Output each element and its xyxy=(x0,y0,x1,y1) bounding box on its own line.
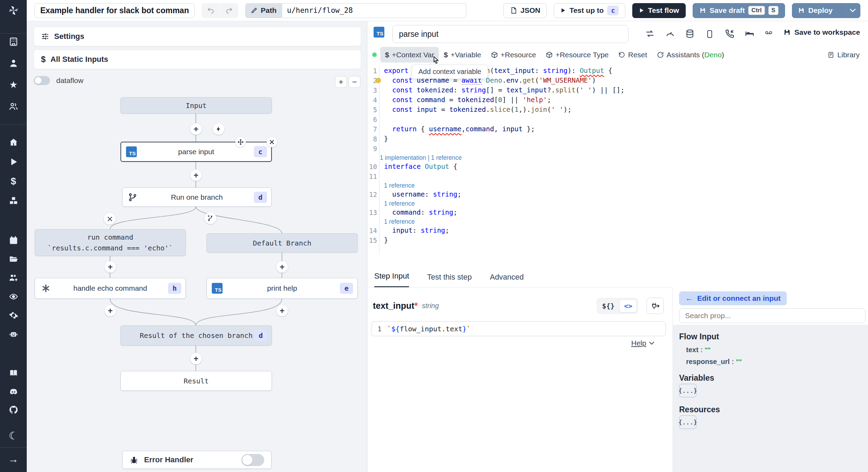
add-step-button[interactable]: + xyxy=(276,305,288,316)
book-icon[interactable] xyxy=(0,365,27,381)
assistants-button[interactable]: Assistants (Deno) xyxy=(652,47,729,63)
add-step-button[interactable]: + xyxy=(105,261,116,273)
flow-node-handle-echo-command[interactable]: handle echo command h xyxy=(35,278,186,299)
flow-graph-panel: Settings $ All Static Inputs dataflow + … xyxy=(27,21,367,472)
mobile-icon[interactable] xyxy=(706,29,717,39)
flow-node-input[interactable]: Input xyxy=(120,97,272,114)
add-resource-type-button[interactable]: +Resource Type xyxy=(541,47,614,63)
add-resource-button[interactable]: +Resource xyxy=(486,47,541,63)
file-json-icon xyxy=(510,7,517,14)
add-step-button[interactable]: + xyxy=(190,169,202,181)
edit-or-connect-button[interactable]: ← Edit or connect an input xyxy=(679,291,787,305)
code-mode-option[interactable]: <> xyxy=(619,299,637,313)
star-icon[interactable]: ★ xyxy=(0,77,27,92)
template-mode-option[interactable]: ${} xyxy=(598,300,619,312)
code-line: 11 xyxy=(367,172,868,181)
moon-icon[interactable]: ☾ xyxy=(0,428,27,443)
phone-incoming-icon[interactable] xyxy=(725,29,737,39)
discord-icon[interactable] xyxy=(0,384,27,399)
users-icon[interactable] xyxy=(0,99,27,114)
deploy-button[interactable]: Deploy xyxy=(792,6,838,15)
code-editor[interactable]: 1export async function main(text_input: … xyxy=(367,63,868,265)
prop-row-text[interactable]: text : "" xyxy=(686,346,710,354)
connect-input-button[interactable] xyxy=(646,298,664,314)
expression-editor[interactable]: 1 `${flow_input.text}` xyxy=(372,321,666,336)
json-button[interactable]: JSON xyxy=(503,3,547,18)
play-icon[interactable] xyxy=(0,154,27,169)
field-type: string xyxy=(422,302,439,310)
variables-title: Variables xyxy=(679,373,714,383)
reset-button[interactable]: Reset xyxy=(614,47,652,63)
flow-node-run-one-branch[interactable]: Run one branch d xyxy=(122,188,272,207)
boxes-icon[interactable] xyxy=(0,193,27,208)
delete-step-button[interactable] xyxy=(267,137,277,147)
repeat-icon[interactable] xyxy=(645,29,657,39)
search-prop-input[interactable] xyxy=(679,308,866,323)
test-flow-button[interactable]: Test flow xyxy=(632,3,685,18)
flow-node-default-branch[interactable]: Default Branch xyxy=(207,233,358,252)
database-icon[interactable] xyxy=(685,29,697,39)
codelens[interactable]: 1 implementation | 1 reference xyxy=(367,154,868,162)
test-up-to-button[interactable]: Test up to c xyxy=(554,3,625,18)
redo-button[interactable] xyxy=(220,3,238,18)
voicemail-icon[interactable] xyxy=(763,29,775,39)
bed-icon[interactable] xyxy=(744,29,756,39)
flow-node-result-of-chosen-branch[interactable]: Result of the chosen branch d xyxy=(120,325,272,346)
path-input[interactable] xyxy=(282,3,466,18)
code-line: 3 const tokenized: string[] = text_input… xyxy=(367,85,868,95)
add-step-button[interactable]: + xyxy=(190,353,202,364)
home-icon[interactable] xyxy=(0,135,27,150)
folder-open-icon[interactable] xyxy=(0,251,27,267)
undo-button[interactable] xyxy=(202,3,220,18)
tab-advanced[interactable]: Advanced xyxy=(490,273,524,287)
gauge-icon[interactable] xyxy=(665,29,677,39)
save-draft-button[interactable]: Save draft Ctrl S xyxy=(693,3,785,18)
deploy-menu-button[interactable] xyxy=(845,3,860,18)
expand-arrow-icon[interactable]: → xyxy=(0,452,27,467)
eye-icon[interactable] xyxy=(0,289,27,304)
add-branch-button[interactable] xyxy=(205,212,216,224)
user-icon[interactable] xyxy=(0,56,27,71)
tab-step-input[interactable]: Step Input xyxy=(374,272,409,287)
add-variable-button[interactable]: $+Variable xyxy=(439,47,486,63)
robot-icon[interactable] xyxy=(0,326,27,342)
add-context-var-button[interactable]: $+Context Var xyxy=(380,47,439,63)
save-to-workspace-button[interactable]: Save to workspace xyxy=(783,28,860,36)
add-step-button[interactable]: + xyxy=(190,123,202,135)
flow-node-parse-input[interactable]: TS parse input c xyxy=(120,142,272,162)
refresh-icon xyxy=(657,51,664,58)
flow-node-print-help[interactable]: TS print help e xyxy=(207,278,358,299)
dollar-icon[interactable]: $ xyxy=(0,174,27,189)
error-handler-toggle[interactable] xyxy=(241,454,264,466)
codelens[interactable]: 1 reference xyxy=(367,217,868,226)
save-icon xyxy=(783,28,791,36)
windmill-logo-icon[interactable] xyxy=(0,3,27,18)
codelens[interactable]: 1 reference xyxy=(367,199,868,208)
step-editor-pane: TS Save to workspace $+Context Var $+Var… xyxy=(367,21,868,472)
lightbulb-icon[interactable] xyxy=(376,78,381,83)
step-name-input[interactable] xyxy=(392,25,628,43)
codelens[interactable]: 1 reference xyxy=(367,181,868,190)
help-link[interactable]: Help xyxy=(631,339,654,347)
flow-title-input[interactable] xyxy=(34,3,195,18)
github-icon[interactable] xyxy=(0,402,27,417)
add-step-button[interactable]: + xyxy=(276,261,288,273)
resources-object-chip[interactable]: {...} xyxy=(679,415,696,429)
delete-branch-button[interactable] xyxy=(104,213,116,225)
calendar-icon[interactable] xyxy=(0,233,27,248)
flow-node-run-command[interactable]: run command `results.c.command === 'echo… xyxy=(35,229,186,256)
gear-icon[interactable] xyxy=(0,308,27,323)
users-settings-icon[interactable] xyxy=(0,270,27,285)
add-step-button[interactable]: + xyxy=(105,305,116,316)
error-handler-card[interactable]: Error Handler xyxy=(122,451,272,469)
variables-object-chip[interactable]: {...} xyxy=(679,384,696,397)
move-step-button[interactable] xyxy=(235,137,246,147)
tab-test-this-step[interactable]: Test this step xyxy=(427,273,471,287)
typescript-badge: TS xyxy=(374,27,384,38)
app-sidebar: ★ $ ☾ → xyxy=(0,0,27,472)
building-icon[interactable] xyxy=(0,34,27,49)
flow-node-result[interactable]: Result xyxy=(120,371,272,391)
library-button[interactable]: Library xyxy=(823,47,865,63)
trigger-bolt-button[interactable] xyxy=(213,123,224,135)
prop-row-response-url[interactable]: response_url : "" xyxy=(686,358,742,366)
